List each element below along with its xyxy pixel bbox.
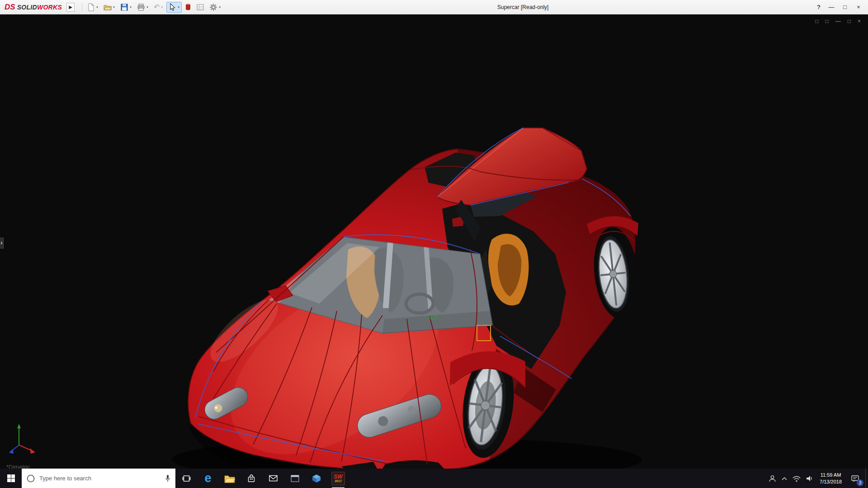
print-icon <box>137 3 145 11</box>
solidworks-app-icon: SW 2017 <box>331 472 345 485</box>
task-view-icon <box>182 474 191 483</box>
people-icon <box>768 474 777 483</box>
tray-expand-button[interactable] <box>779 469 790 488</box>
network-icon <box>792 475 801 482</box>
quick-access-toolbar: ▼ ▼ ▼ <box>85 2 223 13</box>
clock-date: 7/13/2018 <box>820 479 842 485</box>
print-button[interactable]: ▼ <box>135 2 151 13</box>
taskbar-edge[interactable]: e <box>197 469 219 488</box>
action-center-button[interactable]: 3 <box>845 469 865 488</box>
taskbar-solidworks[interactable]: SW 2017 <box>327 469 349 488</box>
titlebar: DS SOLID WORKS ▶ ▼ ▼ <box>0 0 868 14</box>
notification-badge: 3 <box>857 479 863 486</box>
taskbar-search[interactable] <box>22 469 175 488</box>
taskbar-clock[interactable]: 11:59 AM 7/13/2018 <box>816 469 845 488</box>
doc-restore-button[interactable]: □ <box>848 18 851 24</box>
start-button[interactable] <box>0 469 22 488</box>
flyout-arrow-icon: ▶ <box>69 5 72 9</box>
macro-button[interactable] <box>183 2 193 13</box>
show-desktop-button[interactable] <box>865 469 868 488</box>
solidworks-logo: DS SOLID WORKS <box>5 3 62 12</box>
clock-time: 11:59 AM <box>821 472 841 479</box>
undo-icon: ↶ <box>154 4 160 11</box>
chevron-down-icon[interactable]: ▼ <box>129 6 132 9</box>
taskbar-mail[interactable] <box>262 469 284 488</box>
3d-cube-icon <box>312 474 321 483</box>
solidworks-window: DS SOLID WORKS ▶ ▼ ▼ <box>0 0 868 488</box>
graphics-area[interactable]: □ □ — □ × <box>0 14 868 469</box>
doc-tab-icon[interactable]: □ <box>815 18 818 24</box>
panel-flyout-tab[interactable] <box>0 238 4 249</box>
ds-logo-icon: DS <box>5 3 15 12</box>
view-orientation-label: *Dimetric <box>6 464 30 469</box>
chevron-down-icon[interactable]: ▼ <box>177 6 180 9</box>
console-window-icon <box>290 474 300 483</box>
window-controls: ? — □ × <box>813 0 865 14</box>
select-cursor-icon <box>168 3 176 11</box>
new-document-icon <box>87 3 95 11</box>
minimize-button[interactable]: — <box>825 0 838 14</box>
volume-button[interactable] <box>803 469 816 488</box>
store-bag-icon <box>247 474 256 483</box>
mail-icon <box>269 474 278 482</box>
doc-tab-icon[interactable]: □ <box>825 18 828 24</box>
search-input[interactable] <box>39 475 160 482</box>
taskbar: e <box>0 469 868 488</box>
network-button[interactable] <box>790 469 803 488</box>
taskbar-console[interactable] <box>284 469 306 488</box>
open-button[interactable]: ▼ <box>102 2 117 13</box>
doc-close-button[interactable]: × <box>858 18 861 24</box>
system-tray: 11:59 AM 7/13/2018 3 <box>766 469 868 488</box>
chevron-down-icon[interactable]: ▼ <box>160 6 163 9</box>
sheet-icon <box>196 3 204 11</box>
orientation-triad <box>9 424 35 454</box>
options-button[interactable]: ▼ <box>208 2 223 13</box>
sheet-button[interactable] <box>194 2 206 13</box>
document-title: Supercar [Read-only] <box>497 0 548 14</box>
taskbar-3d-viewer[interactable] <box>306 469 327 488</box>
save-button[interactable]: ▼ <box>118 2 134 13</box>
open-folder-icon <box>104 3 112 11</box>
chevron-down-icon[interactable]: ▼ <box>146 6 149 9</box>
chevron-down-icon[interactable]: ▼ <box>96 6 99 9</box>
macro-cylinder-icon <box>185 3 191 11</box>
windows-logo-icon <box>7 474 15 482</box>
document-window-controls: □ □ — □ × <box>815 18 861 24</box>
menu-flyout-button[interactable]: ▶ <box>66 3 75 12</box>
file-explorer-icon <box>224 474 235 483</box>
taskbar-store[interactable] <box>241 469 262 488</box>
car-model[interactable] <box>0 14 868 469</box>
flyout-arrow-icon <box>1 241 3 245</box>
toolbar-separator <box>82 3 82 12</box>
close-button[interactable]: × <box>852 0 865 14</box>
cortana-icon <box>26 474 35 483</box>
task-view-button[interactable] <box>175 469 197 488</box>
volume-icon <box>806 475 814 482</box>
undo-button[interactable]: ↶ ▼ <box>152 2 165 13</box>
doc-minimize-button[interactable]: — <box>835 18 841 24</box>
chevron-down-icon[interactable]: ▼ <box>218 6 221 9</box>
new-document-button[interactable]: ▼ <box>85 2 100 13</box>
help-button[interactable]: ? <box>813 0 825 14</box>
gear-icon <box>209 3 217 11</box>
people-button[interactable] <box>766 469 779 488</box>
chevron-down-icon[interactable]: ▼ <box>113 6 115 9</box>
maximize-button[interactable]: □ <box>838 0 852 14</box>
taskbar-file-explorer[interactable] <box>219 469 241 488</box>
select-tool-button[interactable]: ▼ <box>166 2 182 13</box>
microphone-icon[interactable] <box>165 474 171 483</box>
save-icon <box>120 3 128 11</box>
edge-icon: e <box>204 472 211 484</box>
chevron-up-icon <box>781 476 788 481</box>
